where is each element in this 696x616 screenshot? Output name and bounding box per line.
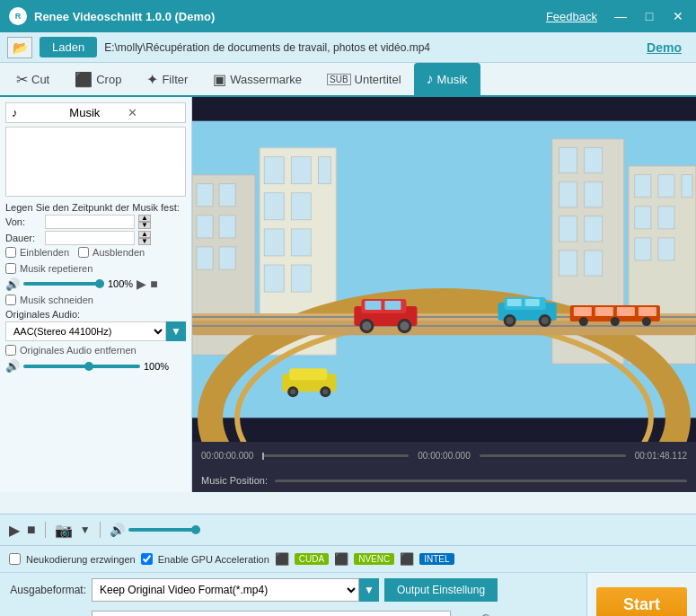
stop-btn[interactable]: ■ (150, 277, 157, 291)
svg-rect-58 (289, 368, 327, 380)
audio-select-dropdown-btn[interactable]: ▼ (166, 321, 186, 341)
ausgabeformat-label: Ausgabeformat: (5, 584, 86, 596)
tabs-bar: ✂ Cut ⬛ Crop ✦ Filter ▣ Wassermarke SUB … (0, 63, 696, 97)
schneiden-checkbox[interactable] (5, 295, 16, 305)
audio-format-select[interactable]: AAC(Stereo 44100Hz) (5, 321, 166, 341)
format-dropdown-btn[interactable]: ▼ (359, 578, 379, 602)
left-panel: ♪ Musik ✕ Legen Sie den Zeitpunkt der Mu… (0, 97, 192, 492)
start-section: Start (586, 573, 696, 616)
musik-list-area[interactable] (5, 127, 186, 197)
von-down-btn[interactable]: ▼ (138, 222, 151, 229)
window-controls: — □ ✕ (612, 9, 687, 23)
tab-crop[interactable]: ⬛ Crop (62, 63, 134, 95)
music-pos-track[interactable] (275, 480, 687, 482)
vol2-icon: 🔊 (5, 359, 20, 373)
camera-control-btn[interactable]: 📷 (55, 522, 73, 539)
repetieren-checkbox[interactable] (5, 263, 16, 274)
svg-rect-19 (559, 148, 577, 173)
timeline-track[interactable] (262, 454, 409, 457)
dauer-down-btn[interactable]: ▼ (138, 238, 151, 245)
wassermarke-icon: ▣ (213, 71, 226, 88)
down-control-btn[interactable]: ▼ (80, 524, 91, 536)
bottom-left-section: Ausgabeformat: Keep Original Video Forma… (0, 573, 586, 616)
blend-row: Einblenden Ausblenden (5, 247, 186, 260)
von-input[interactable] (45, 215, 135, 229)
path-row: Ausgabeordner: 📁 🔍 (0, 607, 586, 616)
tab-untertitel-label: Untertitel (355, 73, 401, 86)
app-title: Renee Videoschnitt 1.0.0 (Demo) (34, 10, 215, 23)
volume-slider[interactable] (23, 282, 104, 286)
play-control-btn[interactable]: ▶ (9, 522, 20, 539)
title-bar-right: Feedback — □ ✕ (546, 9, 687, 23)
svg-rect-43 (365, 301, 381, 310)
tab-cut-label: Cut (31, 73, 49, 86)
svg-point-70 (642, 317, 651, 326)
einblenden-row: Einblenden (5, 247, 69, 258)
neukodierung-checkbox[interactable] (9, 553, 21, 565)
demo-link[interactable]: Demo (647, 40, 682, 55)
close-button[interactable]: ✕ (669, 9, 687, 23)
svg-point-48 (400, 321, 409, 330)
dauer-input[interactable] (45, 231, 135, 245)
gpu-label: Enable GPU Acceleration (158, 554, 269, 565)
vol2-slider[interactable] (23, 365, 140, 368)
option-row: Neukodierung erzwingen Enable GPU Accele… (0, 546, 696, 573)
musik-close-button[interactable]: ✕ (128, 106, 180, 119)
load-icon[interactable]: 📂 (7, 37, 32, 58)
play-btn[interactable]: ▶ (137, 277, 146, 291)
tab-cut[interactable]: ✂ Cut (4, 63, 62, 95)
svg-rect-28 (635, 175, 651, 198)
format-select[interactable]: Keep Original Video Format(*.mp4) (92, 578, 359, 602)
audio-entfernen-label: Originales Audio entfernen (20, 345, 137, 356)
timeline-track-right[interactable] (480, 454, 626, 457)
tab-musik[interactable]: ♪ Musik (414, 63, 480, 95)
start-button[interactable]: Start (596, 587, 687, 616)
intel-logo-icon: ⬛ (400, 552, 414, 566)
feedback-button[interactable]: Feedback (546, 10, 597, 23)
time-right: 00:01:48.112 (635, 451, 687, 461)
gpu-acceleration-checkbox[interactable] (141, 553, 153, 565)
maximize-button[interactable]: □ (640, 9, 658, 23)
tab-wassermarke[interactable]: ▣ Wassermarke (200, 63, 314, 95)
laden-button[interactable]: Laden (40, 37, 97, 57)
svg-rect-10 (291, 157, 311, 184)
search-path-icon[interactable]: 🔍 (480, 613, 498, 617)
svg-rect-17 (291, 265, 311, 292)
minimize-button[interactable]: — (612, 9, 630, 23)
tab-filter[interactable]: ✦ Filter (134, 63, 200, 95)
einblenden-checkbox[interactable] (5, 247, 16, 258)
von-label: Von: (5, 216, 41, 227)
tab-wassermarke-label: Wassermarke (230, 73, 302, 86)
volume-ctrl-track[interactable] (128, 528, 200, 532)
title-bar: R Renee Videoschnitt 1.0.0 (Demo) Feedba… (0, 0, 696, 32)
tab-crop-label: Crop (96, 73, 121, 86)
svg-rect-51 (507, 299, 522, 306)
tab-untertitel[interactable]: SUB Untertitel (314, 63, 414, 95)
crop-icon: ⬛ (75, 71, 93, 88)
cut-icon: ✂ (16, 71, 28, 88)
svg-rect-66 (617, 307, 635, 316)
svg-rect-21 (559, 182, 577, 207)
output-einstellung-button[interactable]: Output Einstellung (384, 578, 498, 602)
repetieren-label: Musik repetieren (20, 263, 93, 274)
dauer-spinner: ▲ ▼ (138, 231, 151, 245)
audio-entfernen-checkbox[interactable] (5, 345, 16, 356)
ausblenden-checkbox[interactable] (78, 247, 89, 258)
einblenden-label: Einblenden (20, 247, 69, 258)
video-content (192, 97, 696, 442)
bottom-controls: ▶ ■ 📷 ▼ 🔊 (0, 514, 696, 546)
svg-rect-52 (525, 299, 540, 306)
svg-rect-9 (264, 157, 284, 184)
volume-row: 🔊 100% ▶ ■ (5, 277, 186, 291)
svg-point-54 (507, 317, 514, 324)
logo-text: R (15, 12, 22, 21)
folder-icon[interactable]: 📁 (456, 613, 474, 617)
path-input[interactable] (92, 611, 451, 616)
stop-control-btn[interactable]: ■ (27, 522, 36, 538)
time-left: 00:00:00.000 (201, 451, 253, 461)
svg-rect-16 (264, 265, 284, 292)
svg-rect-20 (585, 148, 603, 173)
repetieren-row: Musik repetieren (5, 263, 186, 274)
title-bar-left: R Renee Videoschnitt 1.0.0 (Demo) (9, 7, 215, 25)
audio-entfernen-row: Originales Audio entfernen (5, 345, 186, 356)
